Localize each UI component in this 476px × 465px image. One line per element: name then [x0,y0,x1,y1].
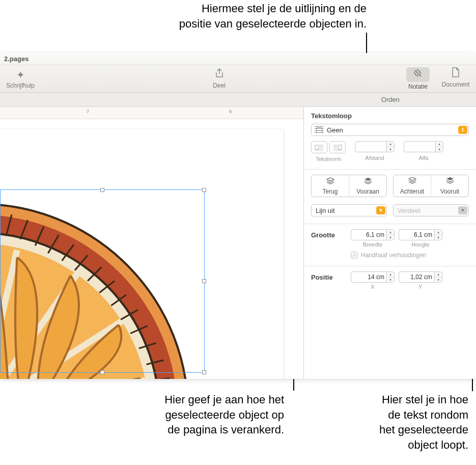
share-icon [215,68,224,81]
y-input[interactable] [399,271,434,283]
achteruit-button[interactable]: Achteruit [394,175,431,197]
textshape-right-button[interactable] [329,141,346,153]
ruler-mark: 7 [87,109,89,114]
afstand-field[interactable]: ▲▼ [355,141,395,152]
alfa-label: Alfa [419,155,429,161]
document-button[interactable]: Document [440,67,471,90]
canvas[interactable]: 7 8 [0,107,304,379]
svg-rect-11 [338,145,342,149]
notatie-label: Notatie [408,83,428,90]
callout-top: Hiermee stel je de uitlijning en de posi… [143,1,367,31]
height-sublabel: Hoogte [411,241,429,248]
vooruit-label: Vooruit [440,188,459,195]
vooraan-label: Vooraan [356,188,379,195]
window-title: 2.pages [0,53,476,65]
ruler: 7 8 [0,107,303,119]
app-window: 2.pages ✦ Schrijfhulp Deel Notatie [0,53,476,379]
section-arrange: Terug Vooraan [304,170,476,224]
vooraan-button[interactable]: Vooraan [349,175,386,197]
lijnuit-label: Lijn uit [316,207,376,214]
stepper[interactable]: ▲▼ [386,229,395,240]
constrain-label: Handhaaf verhoudingen [361,252,426,259]
deel-button[interactable]: Deel [204,68,235,89]
send-to-back-icon [326,177,335,187]
section-position: Positie ▲▼ X ▲▼ [304,266,476,297]
y-sublabel: Y [418,284,422,290]
notatie-button[interactable]: Notatie [403,67,433,90]
verdeel-label: Verdeel [398,207,458,214]
schrijfhulp-label: Schrijfhulp [6,82,35,89]
resize-handle[interactable] [202,188,206,192]
width-sublabel: Breedte [363,241,383,248]
height-field[interactable]: ▲▼ [399,229,442,240]
constrain-checkbox[interactable]: ✓ [351,252,358,259]
stepper[interactable]: ▲▼ [434,271,442,283]
afstand-input[interactable] [355,141,386,152]
document-label: Document [442,81,470,88]
svg-rect-6 [315,145,319,149]
bring-to-front-icon [363,177,373,187]
y-field[interactable]: ▲▼ [399,271,442,283]
resize-handle[interactable] [202,370,206,374]
textwrap-value: Geen [327,126,455,134]
terug-label: Terug [322,188,338,195]
x-sublabel: X [371,284,374,290]
callout-bottom-right: Hier stel je in hoe de tekst rondom het … [361,392,468,453]
document-icon [452,67,460,80]
x-input[interactable] [351,271,386,283]
terug-button[interactable]: Terug [312,175,349,197]
wrap-none-icon [315,126,324,133]
stepper[interactable]: ▲▼ [435,141,443,152]
width-field[interactable]: ▲▼ [351,229,395,240]
section-textwrap: Tekstomloop Geen ▲▼ [304,107,476,170]
afstand-label: Afstand [365,155,384,161]
inspector-tab-bar: Orden [0,93,476,107]
toolbar: ✦ Schrijfhulp Deel Notatie [0,65,476,93]
tekstvorm-label: Tekstvorm [316,156,341,162]
resize-handle[interactable] [100,370,104,374]
width-input[interactable] [351,229,386,240]
size-label: Grootte [311,229,346,239]
popup-arrow-icon: ▲▼ [458,126,467,134]
verdeel-popup[interactable]: Verdeel ▼ [393,204,469,216]
height-input[interactable] [399,229,434,240]
textwrap-popup[interactable]: Geen ▲▼ [311,124,469,136]
textwrap-label: Tekstomloop [311,112,469,120]
alfa-field[interactable]: ▲▼ [404,141,443,152]
schrijfhulp-button[interactable]: ✦ Schrijfhulp [5,69,36,89]
resize-handle[interactable] [202,279,206,283]
alfa-input[interactable] [404,141,435,152]
lijnuit-popup[interactable]: Lijn uit ▼ [311,204,387,216]
x-field[interactable]: ▲▼ [351,271,395,283]
ruler-mark: 8 [229,109,232,114]
section-size: Grootte ▲▼ Breedte ▲▼ [304,224,476,266]
tab-orden[interactable]: Orden [381,96,400,103]
format-icon [413,69,423,80]
callout-line [366,33,367,54]
stepper[interactable]: ▲▼ [434,229,442,240]
chevron-down-icon: ▼ [376,206,385,214]
inspector-panel: Tekstomloop Geen ▲▼ [304,107,476,379]
vooruit-button[interactable]: Vooruit [431,175,468,197]
stepper[interactable]: ▲▼ [386,271,395,283]
bring-forward-icon [445,177,455,187]
selection-box[interactable] [0,189,205,373]
sparkle-icon: ✦ [16,69,25,81]
send-backward-icon [408,177,417,187]
textshape-left-button[interactable] [311,141,327,153]
stepper[interactable]: ▲▼ [386,141,395,152]
achteruit-label: Achteruit [400,188,424,195]
chevron-down-icon: ▼ [458,206,467,214]
resize-handle[interactable] [100,188,104,192]
position-label: Positie [311,271,346,281]
deel-label: Deel [213,82,226,89]
callout-bottom-left: Hier geef je aan hoe het geselecteerde o… [126,392,284,437]
